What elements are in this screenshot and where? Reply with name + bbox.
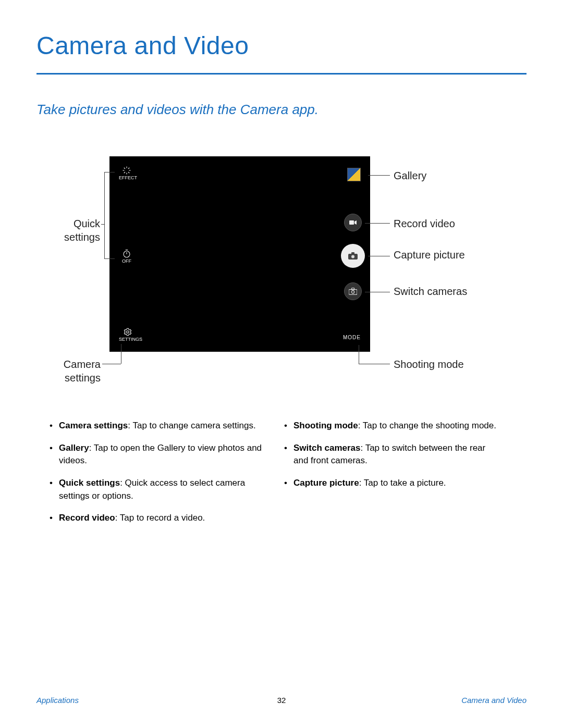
bullet-item: Camera settings: Tap to change camera se…: [50, 419, 263, 433]
bullet-item: Gallery: Tap to open the Gallery to view…: [50, 442, 263, 467]
bullet-term: Gallery: [59, 443, 89, 453]
conn-qs-h1: [104, 172, 115, 172]
page-title: Camera and Video: [36, 31, 249, 60]
svg-rect-14: [351, 252, 354, 254]
bullet-desc: : Tap to record a video.: [115, 513, 205, 523]
anno-gallery: Gallery: [394, 169, 426, 182]
bullets-left: Camera settings: Tap to change camera se…: [50, 419, 263, 534]
capture-button[interactable]: [341, 244, 365, 268]
bullet-term: Switch cameras: [293, 443, 361, 453]
anno-camera-settings: Camera settings: [59, 357, 101, 385]
svg-line-5: [128, 172, 129, 173]
camera-icon: [348, 252, 358, 260]
bullet-term: Record video: [59, 513, 115, 523]
mode-button[interactable]: MODE: [343, 335, 361, 340]
bullet-term: Capture picture: [293, 478, 359, 488]
bullets-right: Shooting mode: Tap to change the shootin…: [284, 419, 498, 499]
bullet-desc: : Tap to change camera settings.: [128, 421, 255, 430]
conn-mode-h: [359, 364, 390, 364]
svg-rect-12: [349, 220, 354, 225]
bullet-term: Camera settings: [59, 421, 128, 430]
page: Camera and Video Take pictures and video…: [0, 0, 563, 728]
conn-qs-h2: [104, 258, 115, 259]
footer-right: Camera and Video: [461, 696, 527, 705]
svg-line-4: [124, 168, 125, 169]
svg-line-6: [128, 168, 129, 169]
anno-shooting-mode: Shooting mode: [394, 357, 464, 371]
bullet-desc: : Tap to open the Gallery to view photos…: [59, 443, 262, 466]
bullet-desc: : Tap to take a picture.: [359, 478, 446, 488]
bullet-item: Record video: Tap to record a video.: [50, 512, 263, 525]
effect-icon[interactable]: EFFECT: [119, 166, 134, 181]
svg-line-7: [124, 172, 125, 173]
title-rule: [36, 73, 527, 75]
bullet-item: Capture picture: Tap to take a picture.: [284, 477, 498, 490]
conn-qs-tick: [101, 224, 104, 225]
conn-cs-h: [102, 364, 121, 364]
settings-label: SETTINGS: [119, 337, 137, 342]
bullet-item: Quick settings: Quick access to select c…: [50, 477, 263, 502]
conn-sw: [365, 292, 390, 292]
svg-point-15: [351, 255, 354, 258]
timer-label: OFF: [119, 258, 134, 264]
anno-quick-settings: Quick settings: [58, 217, 100, 244]
page-subtitle: Take pictures and videos with the Camera…: [36, 102, 319, 118]
video-icon: [349, 220, 357, 225]
bullet-desc: : Tap to change the shooting mode.: [358, 421, 496, 430]
settings-icon[interactable]: SETTINGS: [119, 327, 137, 342]
conn-rec: [365, 223, 390, 224]
conn-mode-v: [359, 345, 359, 364]
camera-screenshot: EFFECT OFF SETTINGS: [109, 156, 370, 352]
bullet-item: Shooting mode: Tap to change the shootin…: [284, 419, 498, 433]
svg-point-11: [127, 331, 129, 334]
anno-switch-cameras: Switch cameras: [394, 285, 467, 298]
switch-camera-button[interactable]: [344, 282, 362, 300]
record-button[interactable]: [344, 214, 362, 231]
gallery-thumbnail[interactable]: [347, 168, 361, 181]
bullet-item: Switch cameras: Tap to switch between th…: [284, 442, 498, 467]
conn-gal: [368, 175, 390, 176]
anno-capture-picture: Capture picture: [394, 248, 465, 262]
conn-cs-v: [121, 344, 121, 364]
anno-record-video: Record video: [394, 217, 455, 230]
conn-cap: [368, 256, 390, 256]
conn-qs-v: [104, 172, 105, 258]
timer-icon[interactable]: OFF: [119, 249, 134, 264]
bullet-term: Quick settings: [59, 478, 120, 488]
effect-label: EFFECT: [119, 175, 134, 181]
bullet-term: Shooting mode: [293, 421, 358, 430]
svg-rect-16: [349, 289, 357, 294]
switch-camera-icon: [349, 288, 357, 295]
